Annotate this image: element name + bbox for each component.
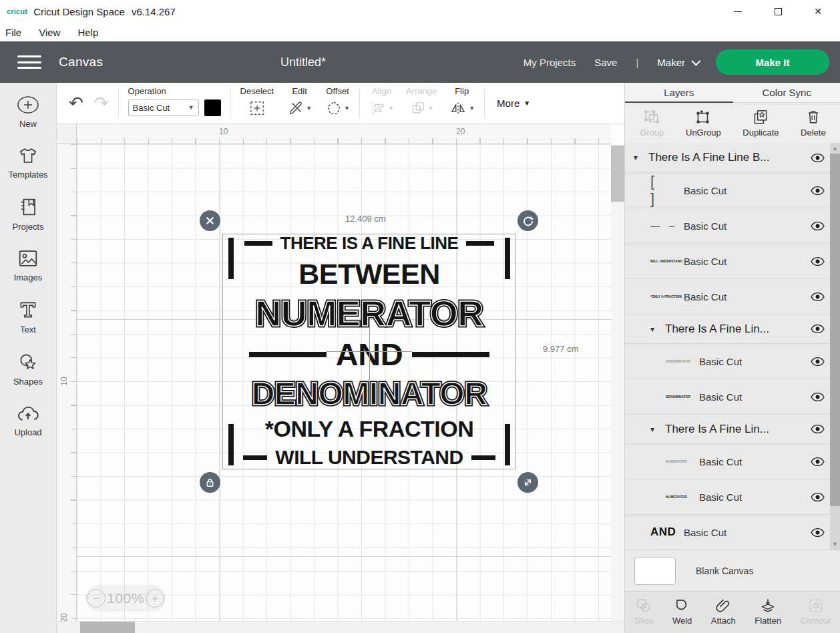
- frame-dash: [244, 241, 272, 246]
- operation-select[interactable]: Basic Cut ▼: [128, 99, 199, 116]
- slice-label: Slice: [634, 616, 653, 626]
- more-button[interactable]: More ▼: [497, 97, 530, 109]
- ungroup-button[interactable]: UnGroup: [686, 108, 721, 138]
- layers-scrollbar[interactable]: ▲ ▼: [830, 143, 840, 550]
- my-projects-link[interactable]: My Projects: [523, 57, 576, 68]
- flatten-button[interactable]: Flatten: [755, 597, 781, 626]
- visibility-eye-icon[interactable]: [811, 153, 825, 163]
- weld-button[interactable]: Weld: [672, 597, 692, 626]
- lock-handle[interactable]: [200, 472, 220, 493]
- menu-view[interactable]: View: [39, 27, 60, 38]
- visibility-eye-icon[interactable]: [811, 528, 825, 538]
- sidebar-item-new[interactable]: New: [0, 95, 57, 129]
- visibility-eye-icon[interactable]: [811, 292, 825, 302]
- layer-row[interactable]: DENOMINATORBasic Cut: [625, 379, 840, 414]
- remove-selection-handle[interactable]: [200, 210, 220, 231]
- minimize-icon[interactable]: [730, 4, 745, 19]
- shapes-icon: [17, 351, 39, 373]
- align-label: Align: [372, 86, 391, 96]
- zoom-control: − 100% +: [85, 585, 166, 612]
- blank-canvas-row[interactable]: Blank Canvas: [625, 550, 840, 591]
- undo-icon[interactable]: ↶: [69, 93, 83, 114]
- save-link[interactable]: Save: [594, 57, 617, 68]
- menu-file[interactable]: File: [5, 27, 21, 38]
- zoom-in-button[interactable]: +: [146, 589, 164, 608]
- resize-handle[interactable]: [517, 472, 538, 493]
- visibility-eye-icon[interactable]: [811, 492, 825, 502]
- design-line-6: *ONLY A FRACTION: [265, 418, 474, 439]
- scrollbar-thumb[interactable]: [80, 622, 135, 633]
- attach-button[interactable]: Attach: [711, 597, 736, 626]
- layer-row[interactable]: ANDBasic Cut: [625, 514, 840, 550]
- tab-layers[interactable]: Layers: [625, 83, 733, 102]
- more-caret-icon: ▼: [523, 99, 530, 107]
- layer-row[interactable]: WILL UNDERSTANDBasic Cut: [625, 243, 840, 278]
- hamburger-menu-icon[interactable]: [17, 53, 41, 71]
- images-icon: [16, 248, 40, 268]
- ruler-label: 10: [219, 127, 228, 136]
- flip-button[interactable]: Flip ▼: [449, 86, 475, 121]
- canvas-vertical-scrollbar[interactable]: [611, 144, 624, 621]
- sidebar-item-shapes[interactable]: Shapes: [0, 351, 57, 387]
- visibility-eye-icon[interactable]: [811, 424, 825, 434]
- scroll-down-icon[interactable]: ▼: [832, 539, 838, 550]
- scrollbar-thumb[interactable]: [830, 154, 840, 506]
- layer-group-row[interactable]: ▾There Is A Fine Line B...: [625, 143, 840, 172]
- canvas-area: ↶ ↷ Operation Basic Cut ▼ Deselect: [57, 83, 624, 633]
- layer-row[interactable]: — –Basic Cut: [625, 208, 840, 243]
- zoom-out-button[interactable]: −: [87, 589, 106, 608]
- make-it-button[interactable]: Make It: [716, 49, 829, 75]
- tab-color-sync[interactable]: Color Sync: [733, 83, 840, 102]
- scrollbar-thumb[interactable]: [611, 146, 624, 202]
- layer-row[interactable]: [ ]Basic Cut: [625, 172, 840, 208]
- rotate-handle[interactable]: [517, 210, 538, 231]
- delete-button[interactable]: Delete: [801, 108, 826, 138]
- group-caret-icon[interactable]: ▾: [634, 153, 646, 162]
- close-icon[interactable]: ✕: [811, 4, 825, 19]
- layer-row[interactable]: *ONLY A FRACTIONBasic Cut: [625, 278, 840, 314]
- duplicate-button[interactable]: Duplicate: [743, 108, 779, 138]
- blank-canvas-swatch[interactable]: [634, 557, 676, 585]
- layer-group-row[interactable]: ▾There Is A Fine Lin...: [625, 314, 840, 343]
- sidebar-item-images[interactable]: Images: [0, 248, 57, 282]
- color-swatch[interactable]: [204, 99, 221, 116]
- canvas-horizontal-scrollbar[interactable]: [57, 621, 624, 633]
- group-caret-icon[interactable]: ▾: [650, 425, 662, 434]
- menu-help[interactable]: Help: [77, 27, 98, 38]
- deselect-icon: [248, 99, 266, 117]
- offset-button[interactable]: Offset ▼: [325, 86, 350, 121]
- maximize-icon[interactable]: [771, 4, 785, 19]
- visibility-eye-icon[interactable]: [811, 186, 825, 196]
- sidebar-item-text[interactable]: Text: [0, 299, 57, 335]
- deselect-button[interactable]: Deselect: [240, 86, 274, 121]
- layer-row[interactable]: NUMERATORBasic Cut: [625, 479, 840, 514]
- ruler-label: 10: [59, 377, 69, 385]
- ungroup-label: UnGroup: [686, 128, 721, 138]
- frame-corner-mark: [505, 424, 510, 465]
- visibility-eye-icon[interactable]: [811, 256, 825, 266]
- app-header: Canvas Untitled* My Projects Save | Make…: [0, 41, 840, 83]
- redo-icon[interactable]: ↷: [94, 93, 109, 114]
- sidebar-item-templates[interactable]: Templates: [0, 146, 57, 180]
- visibility-eye-icon[interactable]: [811, 392, 825, 402]
- visibility-eye-icon[interactable]: [811, 221, 825, 231]
- group-caret-icon[interactable]: ▾: [650, 325, 662, 334]
- visibility-eye-icon[interactable]: [811, 457, 825, 467]
- sidebar-label: Templates: [8, 170, 47, 180]
- edit-icon: [287, 99, 304, 117]
- more-label: More: [497, 97, 519, 109]
- visibility-eye-icon[interactable]: [811, 357, 825, 367]
- machine-selector[interactable]: Maker: [657, 57, 698, 68]
- scroll-up-icon[interactable]: ▲: [832, 143, 838, 154]
- layer-row[interactable]: DENOMINATORBasic Cut: [625, 343, 840, 379]
- edit-button[interactable]: Edit ▼: [287, 86, 312, 121]
- layer-row[interactable]: NUMERATORBasic Cut: [625, 443, 840, 479]
- attach-label: Attach: [711, 616, 736, 626]
- layer-label: Basic Cut: [699, 491, 742, 503]
- design-text: *ONLY A FRACTION: [265, 418, 474, 439]
- sidebar-item-upload[interactable]: Upload: [0, 403, 57, 437]
- layer-group-row[interactable]: ▾There Is A Fine Lin...: [625, 414, 840, 443]
- layer-actions: Group UnGroup Duplicate Delete: [625, 103, 840, 143]
- sidebar-item-projects[interactable]: Projects: [0, 196, 57, 232]
- visibility-eye-icon[interactable]: [811, 324, 825, 334]
